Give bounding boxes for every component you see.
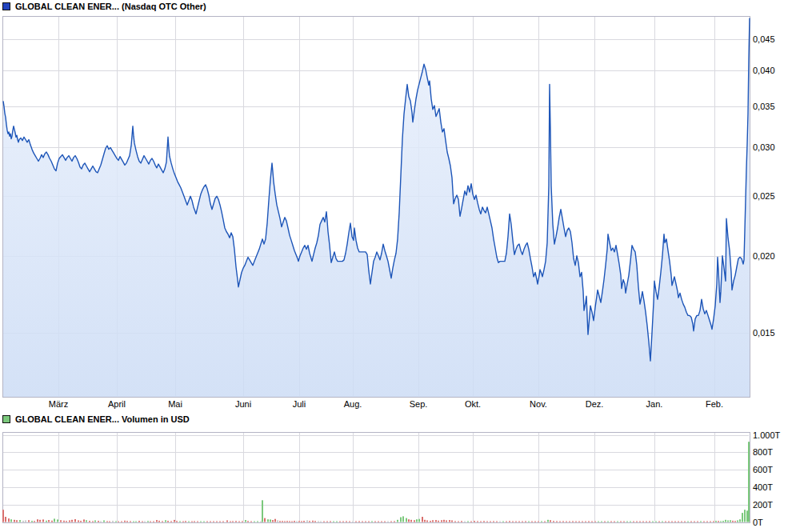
- volume-bar: [320, 522, 322, 522]
- volume-bar: [191, 522, 193, 522]
- volume-bar: [80, 521, 82, 522]
- volume-bar: [534, 522, 536, 522]
- volume-bar: [662, 522, 663, 522]
- volume-bar: [5, 517, 6, 522]
- volume-bar: [722, 521, 724, 522]
- volume-bar: [623, 522, 625, 522]
- volume-bar: [349, 522, 350, 522]
- volume-bar: [371, 521, 373, 522]
- volume-bar: [135, 522, 137, 522]
- volume-bar: [544, 522, 546, 522]
- volume-bar: [138, 521, 140, 522]
- volume-bar: [130, 521, 131, 522]
- volume-bar: [614, 522, 615, 522]
- volume-bar: [112, 521, 114, 522]
- price-x-axis-label: April: [99, 399, 134, 409]
- volume-bar: [591, 522, 593, 522]
- price-x-axis-label: Sep.: [401, 399, 436, 409]
- volume-bar: [342, 522, 344, 522]
- volume-bar: [620, 522, 622, 522]
- volume-bar: [274, 519, 276, 522]
- volume-bar: [194, 521, 195, 522]
- volume-bar: [694, 522, 695, 522]
- volume-bar: [649, 521, 650, 522]
- volume-bar: [66, 521, 67, 522]
- volume-bar: [713, 521, 714, 522]
- volume-bar: [381, 522, 382, 522]
- volume-bar: [200, 522, 202, 522]
- volume-bar: [687, 522, 689, 522]
- volume-bar: [289, 521, 290, 522]
- volume-bar: [103, 521, 105, 522]
- volume-bar: [732, 521, 734, 522]
- volume-bar: [378, 522, 379, 522]
- volume-bar: [156, 520, 158, 522]
- volume-bar: [697, 522, 698, 522]
- volume-bar: [446, 521, 447, 522]
- volume-bar: [286, 521, 288, 522]
- volume-bar: [528, 522, 530, 522]
- volume-bar: [674, 522, 676, 522]
- volume-bar: [51, 521, 53, 522]
- volume-bar: [739, 519, 741, 522]
- volume-bar: [314, 521, 316, 522]
- volume-plot-area[interactable]: [3, 433, 750, 523]
- volume-bar: [746, 510, 748, 522]
- volume-bar: [14, 520, 15, 522]
- volume-bar: [744, 510, 746, 522]
- volume-bar: [28, 520, 30, 522]
- volume-bar: [176, 521, 178, 522]
- volume-bar: [188, 522, 190, 522]
- volume-bar: [588, 521, 590, 522]
- volume-bar: [260, 522, 262, 522]
- price-x-axis-label: Okt.: [455, 399, 490, 409]
- volume-bar: [512, 522, 514, 522]
- volume-bar: [279, 521, 281, 522]
- volume-bar: [414, 520, 415, 522]
- volume-bar: [121, 522, 122, 522]
- volume-bar: [262, 500, 263, 522]
- volume-bar: [483, 521, 485, 522]
- volume-bar: [31, 521, 33, 522]
- volume-bar: [25, 521, 26, 522]
- volume-bar: [303, 521, 305, 522]
- volume-bar: [720, 521, 722, 522]
- price-legend-label: GLOBAL CLEAN ENER... (Nasdaq OTC Other): [15, 2, 206, 11]
- volume-bar: [296, 521, 298, 522]
- volume-bar: [165, 520, 166, 522]
- volume-bar: [470, 522, 472, 522]
- volume-y-axis-label: 1.000T: [753, 430, 780, 440]
- volume-bar: [270, 519, 271, 522]
- volume-y-axis-label: 200T: [753, 500, 773, 510]
- volume-bar: [531, 522, 533, 522]
- volume-bar: [594, 522, 596, 522]
- volume-bar: [126, 521, 128, 522]
- volume-bar: [374, 522, 376, 522]
- volume-bar: [282, 521, 283, 522]
- volume-bar: [569, 522, 570, 522]
- volume-bar: [418, 519, 420, 522]
- volume-bar: [525, 521, 526, 522]
- stock-chart-page: GLOBAL CLEAN ENER... (Nasdaq OTC Other) …: [0, 0, 792, 532]
- volume-bar: [467, 521, 469, 522]
- volume-bar: [665, 522, 666, 522]
- volume-bar: [387, 522, 389, 522]
- volume-bar: [124, 521, 126, 522]
- chart-canvas[interactable]: [0, 0, 792, 532]
- volume-bar: [642, 522, 644, 522]
- price-y-axis-label: 0,045: [753, 34, 775, 44]
- volume-bar: [464, 522, 466, 522]
- volume-bar: [174, 520, 175, 522]
- volume-bar: [226, 521, 228, 522]
- volume-bar: [710, 522, 711, 522]
- volume-bar: [106, 521, 108, 522]
- volume-bar: [352, 522, 354, 522]
- volume-bar: [277, 521, 278, 522]
- volume-bar: [142, 522, 143, 522]
- volume-bar: [267, 519, 269, 522]
- volume-bar: [541, 521, 542, 522]
- volume-bar: [37, 519, 38, 522]
- price-x-axis-label: März: [41, 399, 76, 409]
- volume-bar: [2, 510, 4, 522]
- volume-bar: [109, 522, 110, 522]
